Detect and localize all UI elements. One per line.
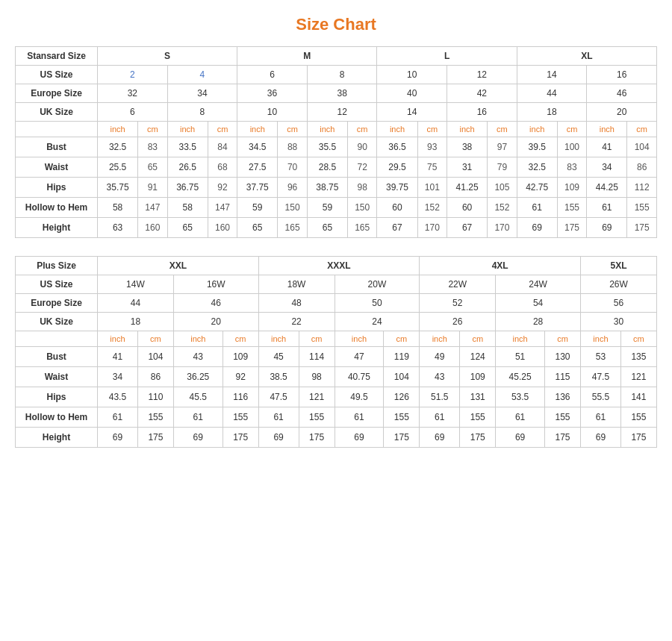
plus-cell: 47.5 xyxy=(258,387,299,407)
plus-europe-size-label: Europe Size xyxy=(16,294,98,313)
plus-table: Plus Size XXL XXXL 4XL 5XL US Size 14W 1… xyxy=(15,256,657,448)
standard-cell: 28.5 xyxy=(307,157,347,178)
eu-42: 42 xyxy=(447,84,517,103)
us-16: 16 xyxy=(587,66,657,84)
plus-uk-24: 24 xyxy=(335,313,420,331)
plus-cell: 69 xyxy=(258,428,299,448)
plus-cell: 110 xyxy=(137,387,173,407)
plus-uk-size-label: UK Size xyxy=(16,313,98,331)
plus-cell: 51.5 xyxy=(420,387,460,407)
standard-cell: 150 xyxy=(347,198,377,218)
plus-us-24w: 24W xyxy=(496,275,581,294)
standard-cell: 34 xyxy=(587,157,627,178)
plus-cell: 61 xyxy=(173,407,223,428)
eu-40: 40 xyxy=(377,84,447,103)
standard-cell: 79 xyxy=(488,157,517,178)
standard-cell: 38.75 xyxy=(307,178,347,198)
plus-cell: 175 xyxy=(460,428,496,448)
standard-row-label: Height xyxy=(16,218,98,238)
plus-cell: 175 xyxy=(223,428,258,448)
plus-cell: 45.25 xyxy=(496,367,545,387)
plus-cell: 47 xyxy=(335,347,384,367)
plus-cell: 119 xyxy=(384,347,420,367)
us-14: 14 xyxy=(517,66,587,84)
standard-cell: 29.5 xyxy=(377,157,417,178)
plus-cell: 104 xyxy=(384,367,420,387)
us-4: 4 xyxy=(167,66,237,84)
plus-cell: 155 xyxy=(299,407,335,428)
standard-cell: 63 xyxy=(98,218,138,238)
standard-cell: 97 xyxy=(488,137,517,157)
plus-unit-9: cm xyxy=(460,331,496,347)
standard-cell: 93 xyxy=(417,137,447,157)
eu-32: 32 xyxy=(98,84,168,103)
plus-us-22w: 22W xyxy=(420,275,496,294)
plus-cell: 92 xyxy=(223,367,258,387)
eu-38: 38 xyxy=(307,84,377,103)
plus-eu-44: 44 xyxy=(98,294,174,313)
plus-cell: 155 xyxy=(460,407,496,428)
plus-cell: 135 xyxy=(620,347,656,367)
plus-cell: 155 xyxy=(223,407,258,428)
uk-8: 8 xyxy=(167,103,237,122)
standard-cell: 69 xyxy=(517,218,557,238)
standard-cell: 36.5 xyxy=(377,137,417,157)
plus-cell: 43 xyxy=(173,347,223,367)
plus-cell: 51 xyxy=(496,347,545,367)
standard-table: Stansard Size S M L XL US Size 2 4 6 8 1… xyxy=(15,46,657,238)
m-header: M xyxy=(237,47,377,66)
standard-cell: 42.75 xyxy=(517,178,557,198)
std-unit-0: inch xyxy=(98,122,138,137)
plus-cell: 69 xyxy=(173,428,223,448)
standard-cell: 86 xyxy=(627,157,657,178)
standard-data-row: Bust32.58333.58434.58835.59036.593389739… xyxy=(16,137,657,157)
s-header: S xyxy=(98,47,237,66)
standard-cell: 98 xyxy=(347,178,377,198)
uk-10: 10 xyxy=(237,103,308,122)
xxl-header: XXL xyxy=(98,257,259,275)
plus-cell: 61 xyxy=(496,407,545,428)
plus-cell: 175 xyxy=(137,428,173,448)
standard-cell: 155 xyxy=(557,198,587,218)
standard-cell: 39.75 xyxy=(377,178,417,198)
eu-36: 36 xyxy=(237,84,308,103)
standard-cell: 160 xyxy=(138,218,168,238)
standard-cell: 165 xyxy=(347,218,377,238)
plus-cell: 131 xyxy=(460,387,496,407)
plus-eu-54: 54 xyxy=(496,294,581,313)
plus-cell: 155 xyxy=(384,407,420,428)
plus-data-row: Waist348636.259238.59840.751044310945.25… xyxy=(16,367,657,387)
plus-unit-3: cm xyxy=(223,331,258,347)
std-unit-2: inch xyxy=(167,122,208,137)
europe-size-label: Europe Size xyxy=(16,84,98,103)
plus-cell: 136 xyxy=(544,387,580,407)
uk-16: 16 xyxy=(447,103,517,122)
xl-header: XL xyxy=(517,47,656,66)
plus-cell: 114 xyxy=(299,347,335,367)
standard-cell: 39.5 xyxy=(517,137,557,157)
plus-cell: 155 xyxy=(137,407,173,428)
plus-data-row: Height6917569175691756917569175691756917… xyxy=(16,428,657,448)
plus-us-20w: 20W xyxy=(335,275,420,294)
plus-cell: 47.5 xyxy=(580,367,620,387)
plus-cell: 130 xyxy=(544,347,580,367)
standard-cell: 88 xyxy=(278,137,308,157)
plus-cell: 45.5 xyxy=(173,387,223,407)
plus-cell: 69 xyxy=(580,428,620,448)
plus-cell: 116 xyxy=(223,387,258,407)
standard-cell: 101 xyxy=(417,178,447,198)
plus-unit-12: inch xyxy=(580,331,620,347)
plus-cell: 86 xyxy=(137,367,173,387)
uk-size-label: UK Size xyxy=(16,103,98,122)
standard-data-row: Hips35.759136.759237.759638.759839.75101… xyxy=(16,178,657,198)
plus-cell: 175 xyxy=(384,428,420,448)
std-unit-3: cm xyxy=(208,122,237,137)
plus-unit-0: inch xyxy=(98,331,138,347)
plus-cell: 43 xyxy=(420,367,460,387)
standard-cell: 31 xyxy=(447,157,488,178)
plus-uk-20: 20 xyxy=(173,313,258,331)
plus-unit-8: inch xyxy=(420,331,460,347)
standard-cell: 61 xyxy=(587,198,627,218)
standard-cell: 60 xyxy=(447,198,488,218)
standard-cell: 147 xyxy=(138,198,168,218)
